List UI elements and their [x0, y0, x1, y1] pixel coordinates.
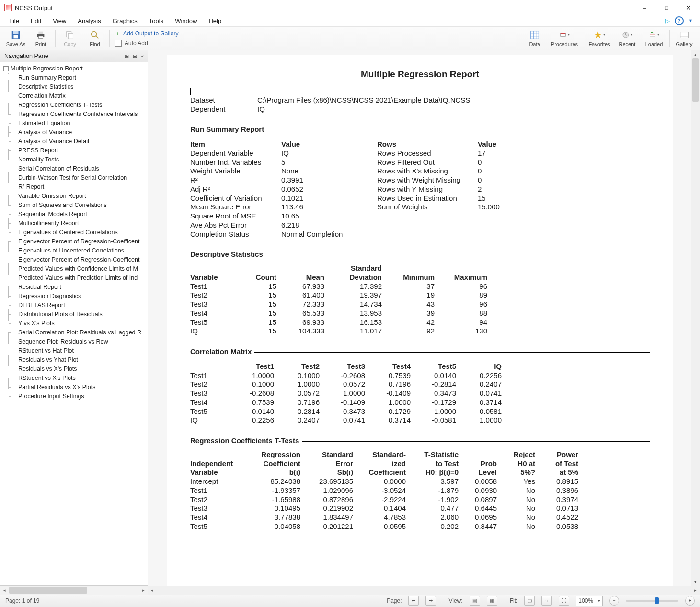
- menu-window[interactable]: Window: [169, 16, 203, 26]
- print-button[interactable]: Print: [28, 27, 53, 50]
- tree-item[interactable]: R² Report: [9, 183, 148, 192]
- menu-file[interactable]: File: [3, 16, 25, 26]
- zoom-select[interactable]: 100%▾: [576, 596, 603, 606]
- tree-item[interactable]: Serial Correlation Plot: Residuals vs La…: [9, 328, 148, 337]
- tree-item[interactable]: Eigenvector Percent of Regression-Coeffi…: [9, 255, 148, 264]
- tree-toggle-icon[interactable]: -: [3, 66, 9, 71]
- gallery-button[interactable]: Gallery: [672, 27, 697, 50]
- fit-page-button[interactable]: ▢: [524, 596, 535, 606]
- tree-item[interactable]: Sequential Models Report: [9, 210, 148, 219]
- menu-tools[interactable]: Tools: [143, 16, 169, 26]
- tree-item[interactable]: Residuals vs Yhat Plot: [9, 355, 148, 365]
- scroll-right-icon[interactable]: ▸: [139, 586, 148, 595]
- navigation-tree[interactable]: - Multiple Regression Report Run Summary…: [0, 62, 148, 585]
- tree-item[interactable]: Regression Coefficients T-Tests: [9, 101, 148, 110]
- tree-item[interactable]: Estimated Equation: [9, 119, 148, 128]
- fit-full-button[interactable]: ⛶: [559, 596, 569, 606]
- menu-graphics[interactable]: Graphics: [107, 16, 143, 26]
- tree-item[interactable]: RStudent vs Hat Plot: [9, 346, 148, 355]
- scrollbar-thumb[interactable]: [692, 58, 699, 102]
- tree-item[interactable]: Regression Diagnostics: [9, 292, 148, 301]
- tree-item[interactable]: Eigenvalues of Centered Correlations: [9, 228, 148, 237]
- tree-item[interactable]: Eigenvalues of Uncentered Correlations: [9, 246, 148, 255]
- data-button[interactable]: Data: [521, 27, 548, 50]
- procedures-button[interactable]: ▾ Procedures: [548, 27, 581, 50]
- toolbar: Save As Print Copy Find ＋ Add Output to …: [0, 27, 700, 51]
- tree-item[interactable]: Multicollinearity Report: [9, 219, 148, 228]
- scrollbar-thumb[interactable]: [9, 587, 87, 594]
- menu-help[interactable]: Help: [203, 16, 227, 26]
- tree-item[interactable]: Normality Tests: [9, 155, 148, 164]
- menu-edit[interactable]: Edit: [25, 16, 47, 26]
- menu-dropdown-icon[interactable]: ▼: [689, 18, 693, 23]
- tree-item[interactable]: Regression Coefficients Confidence Inter…: [9, 110, 148, 119]
- help-icon[interactable]: ?: [675, 16, 684, 25]
- auto-add-checkbox[interactable]: Auto Add: [115, 40, 178, 47]
- tree-item[interactable]: Predicted Values with Confidence Limits …: [9, 264, 148, 274]
- tree-item[interactable]: Predicted Values with Prediction Limits …: [9, 274, 148, 283]
- scroll-right-icon[interactable]: ▸: [691, 586, 700, 595]
- svg-rect-22: [680, 32, 689, 38]
- tree-item[interactable]: Residual Report: [9, 283, 148, 292]
- tree-item[interactable]: Sum of Squares and Correlations: [9, 201, 148, 210]
- add-output-to-gallery-button[interactable]: ＋ Add Output to Gallery: [115, 30, 178, 38]
- nav-horizontal-scrollbar[interactable]: ◂ ▸: [0, 585, 148, 595]
- slider-thumb[interactable]: [655, 597, 659, 604]
- tree-item[interactable]: Durbin-Watson Test for Serial Correlatio…: [9, 173, 148, 183]
- view-multi-button[interactable]: ▦: [487, 596, 497, 606]
- favorites-button[interactable]: ★▾ Favorites: [585, 27, 614, 50]
- loaded-button[interactable]: ▾ Loaded: [641, 27, 667, 50]
- tree-item[interactable]: Procedure Input Settings: [9, 392, 148, 401]
- recent-button[interactable]: ▾ Recent: [614, 27, 641, 50]
- scroll-up-icon[interactable]: ▴: [691, 50, 700, 58]
- tree-item[interactable]: RStudent vs X's Plots: [9, 374, 148, 383]
- copy-button[interactable]: Copy: [57, 27, 82, 50]
- tree-item[interactable]: Y vs X's Plots: [9, 319, 148, 328]
- next-page-button[interactable]: ➡: [425, 596, 436, 606]
- svg-rect-5: [38, 36, 43, 39]
- scroll-left-icon[interactable]: ◂: [0, 586, 9, 595]
- zoom-in-button[interactable]: +: [685, 596, 695, 606]
- menu-analysis[interactable]: Analysis: [72, 16, 106, 26]
- minimize-button[interactable]: –: [633, 0, 655, 15]
- collapse-pane-icon[interactable]: «: [141, 53, 144, 59]
- maximize-button[interactable]: □: [655, 0, 677, 15]
- scroll-left-icon[interactable]: ◂: [148, 586, 156, 595]
- tree-item[interactable]: Eigenvector Percent of Regression-Coeffi…: [9, 237, 148, 246]
- chevron-down-icon: ▾: [657, 33, 659, 37]
- dataset-label: Dataset: [190, 96, 238, 105]
- save-as-button[interactable]: Save As: [3, 27, 28, 50]
- tree-item[interactable]: Sequence Plot: Residuals vs Row: [9, 337, 148, 346]
- star-icon: ★▾: [594, 30, 605, 40]
- menu-view[interactable]: View: [47, 16, 72, 26]
- fit-width-button[interactable]: ↔: [541, 596, 552, 606]
- find-button[interactable]: Find: [82, 27, 107, 50]
- scroll-down-icon[interactable]: ▾: [691, 578, 700, 586]
- zoom-slider[interactable]: [626, 600, 678, 602]
- tree-item[interactable]: Descriptive Statistics: [9, 82, 148, 92]
- tree-item[interactable]: Analysis of Variance: [9, 128, 148, 137]
- prev-page-button[interactable]: ⬅: [408, 596, 419, 606]
- tree-item[interactable]: PRESS Report: [9, 146, 148, 155]
- tree-item[interactable]: Variable Omission Report: [9, 192, 148, 201]
- tree-item[interactable]: Analysis of Variance Detail: [9, 137, 148, 146]
- tree-item[interactable]: Distributional Plots of Residuals: [9, 310, 148, 319]
- tree-item[interactable]: Run Summary Report: [9, 73, 148, 82]
- play-icon[interactable]: ▷: [665, 17, 670, 24]
- close-button[interactable]: ✕: [677, 0, 700, 15]
- vertical-scrollbar[interactable]: ▴ ▾: [691, 50, 700, 585]
- tree-root[interactable]: - Multiple Regression Report: [3, 64, 148, 73]
- tree-item[interactable]: Residuals vs X's Plots: [9, 365, 148, 374]
- collapse-all-icon[interactable]: ⊟: [133, 53, 137, 59]
- dataset-value: C:\Program Files (x86)\NCSS\NCSS 2021\Ex…: [257, 96, 470, 105]
- document-viewport[interactable]: Multiple Regression Report Dataset C:\Pr…: [148, 50, 700, 585]
- tree-item[interactable]: Partial Residuals vs X's Plots: [9, 383, 148, 392]
- view-single-button[interactable]: ▤: [470, 596, 480, 606]
- zoom-out-button[interactable]: −: [609, 596, 619, 606]
- expand-all-icon[interactable]: ⊞: [125, 53, 129, 59]
- svg-rect-4: [38, 32, 43, 34]
- tree-item[interactable]: Serial Correlation of Residuals: [9, 164, 148, 173]
- tree-item[interactable]: Correlation Matrix: [9, 92, 148, 101]
- tree-item[interactable]: DFBETAS Report: [9, 301, 148, 310]
- content-horizontal-scrollbar[interactable]: ◂ ▸: [148, 586, 700, 595]
